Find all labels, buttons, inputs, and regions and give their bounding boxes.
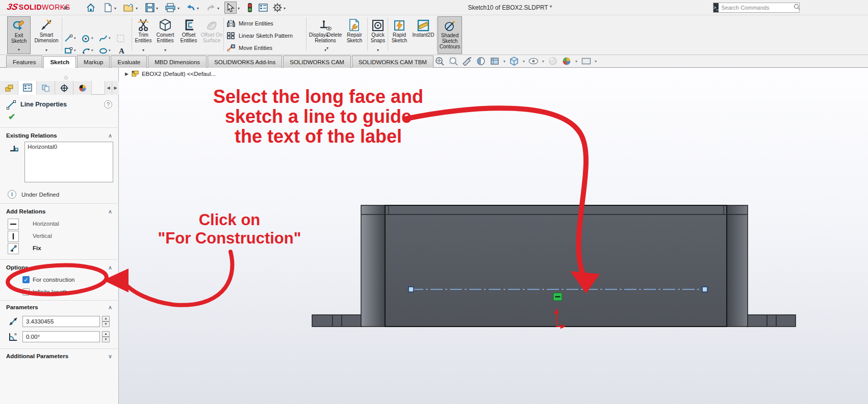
tab-solidworks-cam-tbm[interactable]: SOLIDWORKS CAM TBM [352, 56, 433, 68]
parameters-collapse-icon[interactable]: ∧ [108, 304, 112, 311]
section-view-icon[interactable] [462, 56, 472, 66]
fix-relation-icon[interactable] [8, 243, 19, 254]
infinite-length-label[interactable]: Infinite length [33, 289, 67, 295]
length-spin-down[interactable]: ▼ [102, 321, 110, 327]
exit-sketch-dropdown[interactable]: ▾ [18, 47, 20, 53]
smart-dimension-dropdown[interactable]: ▾ [45, 47, 47, 54]
view-settings-dropdown[interactable]: ▾ [595, 59, 597, 64]
spline-tool[interactable]: ▾ [99, 33, 114, 44]
open-dropdown[interactable]: ▾ [136, 6, 138, 11]
tab-mbd-dimensions[interactable]: MBD Dimensions [148, 56, 207, 68]
redo-dropdown[interactable]: ▾ [217, 6, 219, 11]
display-delete-relations-dropdown[interactable]: ▾ [324, 47, 326, 54]
shaded-sketch-contours-button[interactable]: Shaded Sketch Contours [438, 16, 462, 54]
view-orientation-icon[interactable] [490, 56, 500, 66]
angle-spin-up[interactable]: ▲ [102, 331, 110, 337]
help-icon[interactable]: ? [104, 100, 112, 109]
part-right-foot[interactable] [747, 315, 796, 327]
display-delete-relations-button[interactable]: Display/Delete Relations ▾ [308, 16, 343, 54]
tab-features[interactable]: Features [6, 56, 42, 68]
apply-scene-dropdown[interactable]: ▾ [575, 59, 577, 64]
infinite-length-checkbox[interactable] [22, 288, 30, 295]
home-icon[interactable] [85, 2, 97, 14]
convert-entities-button[interactable]: Convert Entities ▾ [153, 16, 177, 54]
print-dropdown[interactable]: ▾ [177, 6, 180, 11]
undo-dropdown[interactable]: ▾ [197, 6, 199, 11]
tab-evaluate[interactable]: Evaluate [111, 56, 147, 68]
view-orientation-dropdown[interactable]: ▾ [503, 59, 505, 64]
add-relation-fix[interactable]: Fix [33, 245, 41, 251]
tab-solidworks-cam[interactable]: SOLIDWORKS CAM [283, 56, 351, 68]
undo-icon[interactable] [185, 2, 197, 14]
featuremanager-tab[interactable] [0, 81, 18, 95]
add-relation-vertical[interactable]: Vertical [33, 233, 52, 239]
propertymanager-tab[interactable] [18, 81, 37, 95]
search-commands-box[interactable]: >_ [713, 3, 800, 13]
options-gear-icon[interactable] [271, 2, 284, 14]
smart-dimension-button[interactable]: Smart Dimension ▾ [33, 16, 60, 54]
quick-snaps-dropdown[interactable]: ▾ [377, 47, 379, 54]
configurationmanager-tab[interactable] [37, 81, 55, 95]
zoom-to-area-icon[interactable] [448, 56, 458, 66]
trim-entities-button[interactable]: Trim Entities ▾ [134, 16, 153, 54]
options-dropdown[interactable]: ▾ [284, 6, 286, 11]
view-settings-icon[interactable] [581, 56, 591, 66]
tab-sketch[interactable]: Sketch [43, 56, 76, 68]
search-scope-icon[interactable]: >_ [713, 3, 719, 12]
for-construction-label[interactable]: For construction [33, 277, 74, 283]
arc-tool[interactable]: ▾ [82, 45, 97, 56]
convert-entities-dropdown[interactable]: ▾ [164, 47, 166, 54]
text-tool[interactable]: A [117, 45, 133, 56]
angle-spinner[interactable]: ▲▼ [102, 331, 110, 342]
relation-item[interactable]: Horizontal0 [28, 144, 110, 150]
add-relations-collapse-icon[interactable]: ∧ [108, 208, 112, 215]
angle-spin-down[interactable]: ▼ [102, 337, 110, 342]
part-front-face[interactable] [385, 205, 727, 327]
part-left-wall[interactable] [361, 205, 385, 327]
quick-snaps-button[interactable]: Quick Snaps ▾ [368, 16, 388, 54]
panel-tab-scroll-right[interactable]: ▶ [112, 81, 119, 95]
length-input[interactable] [23, 316, 99, 327]
instant2d-button[interactable]: Instant2D [410, 16, 437, 54]
options-collapse-icon[interactable]: ∧ [108, 264, 112, 271]
existing-relations-list[interactable]: Horizontal0 [24, 142, 113, 182]
angle-input[interactable] [23, 332, 99, 342]
repair-sketch-button[interactable]: Repair Sketch [343, 16, 366, 54]
part-right-wall[interactable] [727, 205, 748, 327]
add-relation-horizontal[interactable]: Horizontal [33, 221, 59, 227]
new-document-icon[interactable] [102, 2, 114, 14]
select-tool-dropdown[interactable]: ▾ [238, 6, 240, 11]
vertical-relation-icon[interactable] [8, 231, 19, 242]
task-pane-icon[interactable] [257, 2, 269, 14]
zoom-to-fit-icon[interactable] [435, 56, 445, 66]
select-tool-icon[interactable] [224, 2, 237, 14]
length-spin-up[interactable]: ▲ [102, 316, 110, 321]
hide-show-items-dropdown[interactable]: ▾ [542, 59, 544, 64]
tab-markup[interactable]: Markup [77, 56, 110, 68]
display-style-dropdown[interactable]: ▾ [523, 59, 525, 64]
length-spinner[interactable]: ▲▼ [102, 316, 110, 327]
open-icon[interactable] [122, 2, 135, 14]
additional-parameters-header[interactable]: Additional Parameters [6, 353, 68, 359]
exit-sketch-button[interactable]: Exit Sketch ▾ [7, 16, 31, 54]
logo-flyout-arrow[interactable]: ▶ [64, 5, 68, 10]
accept-check-icon[interactable]: ✔ [8, 112, 15, 122]
existing-relations-collapse-icon[interactable]: ∧ [108, 132, 112, 139]
tab-solidworks-addins[interactable]: SOLIDWORKS Add-Ins [208, 56, 282, 68]
rectangle-tool[interactable]: ▾ [64, 45, 80, 56]
search-magnifier-icon[interactable] [794, 3, 800, 12]
new-document-dropdown[interactable]: ▾ [114, 6, 116, 11]
add-relations-header[interactable]: Add Relations [6, 208, 45, 214]
trim-entities-dropdown[interactable]: ▾ [142, 47, 144, 54]
horizontal-relation-badge[interactable] [553, 293, 562, 301]
search-input[interactable] [721, 5, 794, 11]
existing-relations-header[interactable]: Existing Relations [6, 132, 57, 139]
sketch-endpoint-left[interactable] [409, 287, 414, 292]
save-dropdown[interactable]: ▾ [156, 6, 158, 11]
displaymanager-tab[interactable] [73, 81, 92, 95]
additional-parameters-expand-icon[interactable]: ∨ [108, 353, 112, 360]
display-style-icon[interactable] [509, 56, 519, 66]
dynamic-annotation-icon[interactable] [476, 56, 486, 66]
horizontal-relation-icon[interactable] [8, 219, 19, 230]
angle-field[interactable] [22, 331, 100, 342]
